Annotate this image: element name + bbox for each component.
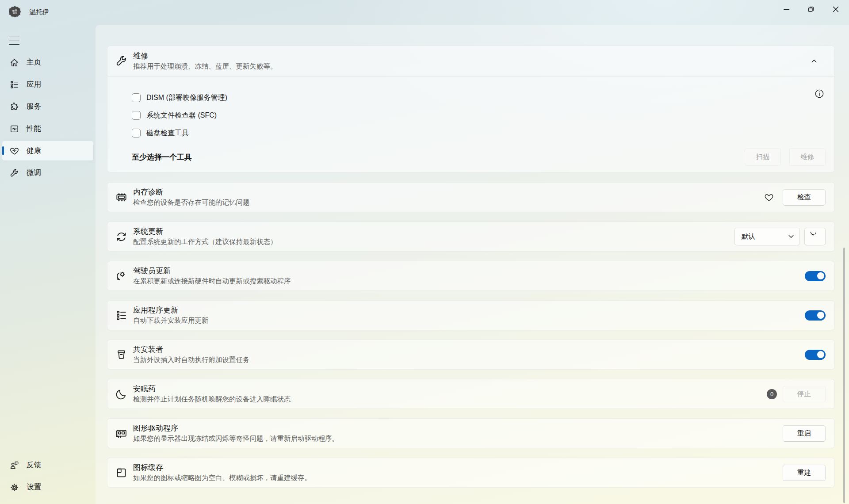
memory-diagnostic-card: 内存诊断 检查您的设备是否存在可能的记忆问题 检查 (107, 182, 835, 212)
scan-button[interactable]: 扫描 (745, 148, 781, 166)
icon-grid-icon (115, 466, 128, 479)
minimize-button[interactable] (774, 0, 799, 19)
app-logo-icon (9, 6, 21, 18)
performance-monitor-icon (9, 124, 19, 134)
app-update-subtitle: 自动下载并安装应用更新 (133, 316, 209, 325)
tweaks-wrench-icon (9, 168, 19, 178)
checkbox-row-sfc[interactable]: 系统文件检查器 (SFC) (132, 107, 834, 124)
sidebar-item-health[interactable]: 健康 (2, 141, 93, 160)
favorite-heart-icon[interactable] (763, 191, 776, 203)
checkbox-row-chkdsk[interactable]: 磁盘检查工具 (132, 124, 834, 142)
repair-tool-list: DISM (部署映像服务管理) 系统文件检查器 (SFC) 磁盘检查工具 (107, 76, 834, 142)
co-installers-title: 共安装者 (133, 345, 250, 354)
sidebar-item-home[interactable]: 主页 (2, 53, 93, 72)
checkbox-row-dism[interactable]: DISM (部署映像服务管理) (132, 89, 834, 107)
icon-cache-title: 图标缓存 (133, 463, 311, 472)
graphics-driver-title: 图形驱动程序 (133, 424, 339, 433)
app-title: 温托伊 (29, 8, 49, 16)
sidebar-item-label: 性能 (27, 124, 41, 134)
stop-button[interactable]: 停止 (783, 386, 826, 402)
info-icon[interactable] (814, 88, 826, 99)
close-button[interactable] (823, 0, 848, 19)
vertical-scrollbar[interactable] (843, 248, 845, 503)
health-page-content: 维修 推荐用于处理崩溃、冻结、蓝屏、更新失败等。 DISM (部署映像服务管理)… (107, 46, 835, 497)
restart-button[interactable]: 重启 (783, 425, 826, 442)
feedback-icon (9, 460, 19, 470)
repair-card: 维修 推荐用于处理崩溃、冻结、蓝屏、更新失败等。 DISM (部署映像服务管理)… (107, 46, 835, 172)
chevron-down-icon (788, 235, 794, 238)
repair-button[interactable]: 维修 (789, 148, 826, 166)
health-heart-icon (9, 146, 19, 156)
gear-icon (9, 482, 19, 493)
co-installers-card: 共安装者 当新外设插入时自动执行附加设置任务 (107, 340, 835, 370)
repair-subtitle: 推荐用于处理崩溃、冻结、蓝屏、更新失败等。 (133, 62, 277, 71)
repair-card-footer: 至少选择一个工具 扫描 维修 (107, 142, 834, 166)
memory-subtitle: 检查您的设备是否存在可能的记忆问题 (133, 198, 250, 207)
home-icon (9, 57, 19, 68)
driver-update-subtitle: 在累积更新或连接新硬件时自动更新或搜索驱动程序 (133, 277, 291, 286)
driver-update-title: 驾驶员更新 (133, 266, 291, 275)
titlebar: 温托伊 (0, 0, 849, 25)
sidebar-item-apps[interactable]: 应用 (2, 75, 93, 94)
sidebar-item-label: 服务 (27, 102, 41, 111)
sidebar-item-settings[interactable]: 设置 (2, 477, 93, 497)
icon-cache-subtitle: 如果您的图标或缩略图为空白、模糊或损坏，请重建缓存。 (133, 473, 311, 482)
sidebar-item-label: 微调 (27, 168, 41, 178)
system-update-title: 系统更新 (133, 227, 277, 236)
wake-task-count-badge: 0 (767, 389, 777, 399)
check-button[interactable]: 检查 (783, 189, 826, 206)
repair-card-header[interactable]: 维修 推荐用于处理崩溃、冻结、蓝屏、更新失败等。 (107, 46, 834, 76)
system-update-card: 系统更新 配置系统更新的工作方式（建议保持最新状态） 默认 (107, 221, 835, 252)
sidebar-item-label: 健康 (27, 146, 41, 156)
moon-icon (115, 388, 128, 401)
checkbox-label: DISM (部署映像服务管理) (146, 93, 227, 103)
sidebar-item-label: 应用 (27, 80, 41, 89)
graphics-driver-card: 图形驱动程序 如果您的显示器出现冻结或闪烁等奇怪问题，请重新启动驱动程序。 重启 (107, 418, 835, 448)
co-installers-toggle-on[interactable] (805, 350, 826, 360)
installer-bin-icon (115, 348, 128, 361)
memory-chip-icon (115, 191, 128, 204)
gpu-card-icon (115, 427, 128, 440)
repair-hint: 至少选择一个工具 (132, 152, 192, 162)
driver-update-toggle-on[interactable] (805, 271, 826, 281)
driver-gear-sync-icon (115, 270, 128, 283)
icon-cache-card: 图标缓存 如果您的图标或缩略图为空白、模糊或损坏，请重建缓存。 重建 (107, 458, 835, 488)
app-update-card: 应用程序更新 自动下载并安装应用更新 (107, 300, 835, 330)
sidebar-item-feedback[interactable]: 反馈 (2, 455, 93, 475)
apps-list-icon (115, 309, 128, 322)
dism-checkbox[interactable] (132, 93, 141, 102)
driver-update-card: 驾驶员更新 在累积更新或连接新硬件时自动更新或搜索驱动程序 (107, 261, 835, 291)
undo-arrow-icon (810, 232, 820, 241)
chkdsk-checkbox[interactable] (132, 129, 141, 137)
app-update-toggle-on[interactable] (805, 310, 826, 321)
sidebar-item-tweaks[interactable]: 微调 (2, 163, 93, 183)
system-update-subtitle: 配置系统更新的工作方式（建议保持最新状态） (133, 237, 277, 246)
puzzle-icon (9, 102, 19, 112)
wrench-icon (115, 54, 128, 68)
sidebar-item-label: 主页 (27, 57, 41, 67)
sfc-checkbox[interactable] (132, 111, 141, 120)
restore-button[interactable] (799, 0, 823, 19)
dropdown-value: 默认 (742, 232, 788, 241)
sleeping-pills-card: 安眠药 检测并停止计划任务随机唤醒您的设备进入睡眠状态 0 停止 (107, 379, 835, 409)
reset-button[interactable] (804, 228, 826, 245)
window-controls (774, 0, 848, 19)
sleeping-pills-title: 安眠药 (133, 384, 291, 393)
checkbox-label: 系统文件检查器 (SFC) (146, 111, 217, 120)
sidebar-bottom: 反馈 设置 (2, 455, 93, 500)
sidebar-item-performance[interactable]: 性能 (2, 119, 93, 138)
update-mode-dropdown[interactable]: 默认 (734, 228, 800, 245)
selected-indicator (2, 146, 4, 155)
sidebar-item-label: 设置 (27, 482, 41, 492)
memory-title: 内存诊断 (133, 187, 250, 197)
collapse-chevron-up-icon[interactable] (810, 57, 818, 65)
hamburger-menu-icon[interactable] (8, 35, 20, 46)
sync-icon (115, 230, 128, 243)
repair-title: 维修 (133, 51, 277, 61)
app-update-title: 应用程序更新 (133, 305, 209, 315)
sidebar: 主页 应用 服务 性能 健康 微调 (2, 53, 93, 185)
rebuild-button[interactable]: 重建 (783, 465, 826, 481)
checkbox-label: 磁盘检查工具 (146, 129, 189, 138)
sidebar-item-services[interactable]: 服务 (2, 97, 93, 116)
sidebar-item-label: 反馈 (27, 460, 41, 470)
